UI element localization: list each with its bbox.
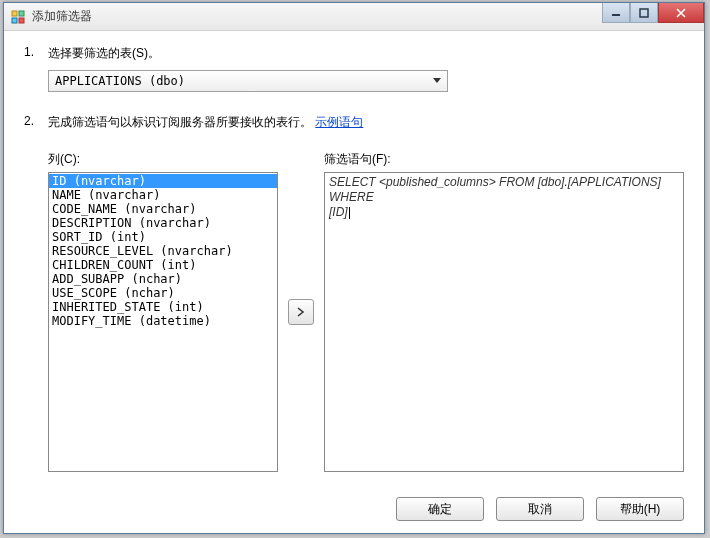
step-1: 1. 选择要筛选的表(S)。 APPLICATIONS (dbo) (24, 45, 684, 92)
help-button[interactable]: 帮助(H) (596, 497, 684, 521)
close-button[interactable] (658, 3, 704, 23)
dialog-buttons: 确定 取消 帮助(H) (396, 497, 684, 521)
titlebar: 添加筛选器 (4, 3, 704, 31)
ok-button[interactable]: 确定 (396, 497, 484, 521)
window-controls (602, 3, 704, 23)
window-title: 添加筛选器 (32, 8, 92, 25)
svg-rect-2 (12, 18, 17, 23)
app-icon (10, 9, 26, 25)
list-item[interactable]: SORT_ID (int) (49, 230, 277, 244)
dialog-window: 添加筛选器 1. 选择要筛选的表(S)。 APPLICATIONS (db (3, 2, 705, 534)
filter-statement-label: 筛选语句(F): (324, 151, 684, 168)
filter-line-1: SELECT <published_columns> FROM [dbo].[A… (329, 175, 679, 205)
list-item[interactable]: NAME (nvarchar) (49, 188, 277, 202)
filter-statement-textbox[interactable]: SELECT <published_columns> FROM [dbo].[A… (324, 172, 684, 472)
example-statement-link[interactable]: 示例语句 (315, 115, 363, 129)
chevron-right-icon (297, 307, 305, 317)
list-item[interactable]: MODIFY_TIME (datetime) (49, 314, 277, 328)
list-item[interactable]: RESOURCE_LEVEL (nvarchar) (49, 244, 277, 258)
list-item[interactable]: CHILDREN_COUNT (int) (49, 258, 277, 272)
svg-marker-8 (433, 78, 441, 83)
client-area: 1. 选择要筛选的表(S)。 APPLICATIONS (dbo) 2. 完成筛… (4, 31, 704, 533)
text-cursor (349, 207, 350, 219)
list-item[interactable]: ID (nvarchar) (49, 174, 277, 188)
columns-listbox[interactable]: ID (nvarchar)NAME (nvarchar)CODE_NAME (n… (48, 172, 278, 472)
step-2-number: 2. (24, 114, 48, 472)
svg-rect-3 (19, 18, 24, 23)
columns-label: 列(C): (48, 151, 278, 168)
maximize-button[interactable] (630, 3, 658, 23)
close-icon (675, 8, 687, 18)
table-select-value: APPLICATIONS (dbo) (55, 74, 441, 88)
minimize-icon (611, 8, 621, 18)
table-select-combo[interactable]: APPLICATIONS (dbo) (48, 70, 448, 92)
step-2-text: 完成筛选语句以标识订阅服务器所要接收的表行。 (48, 115, 312, 129)
filter-line-2: [ID] (329, 205, 679, 220)
move-right-button[interactable] (288, 299, 314, 325)
list-item[interactable]: DESCRIPTION (nvarchar) (49, 216, 277, 230)
step-1-number: 1. (24, 45, 48, 92)
list-item[interactable]: INHERITED_STATE (int) (49, 300, 277, 314)
list-item[interactable]: ADD_SUBAPP (nchar) (49, 272, 277, 286)
step-1-text: 选择要筛选的表(S)。 (48, 45, 684, 62)
svg-rect-5 (640, 9, 648, 17)
svg-rect-1 (19, 11, 24, 16)
minimize-button[interactable] (602, 3, 630, 23)
step-2: 2. 完成筛选语句以标识订阅服务器所要接收的表行。 示例语句 列(C): ID … (24, 114, 684, 472)
chevron-down-icon (429, 73, 445, 89)
maximize-icon (639, 8, 649, 18)
svg-rect-4 (612, 14, 620, 16)
svg-rect-0 (12, 11, 17, 16)
list-item[interactable]: USE_SCOPE (nchar) (49, 286, 277, 300)
list-item[interactable]: CODE_NAME (nvarchar) (49, 202, 277, 216)
cancel-button[interactable]: 取消 (496, 497, 584, 521)
